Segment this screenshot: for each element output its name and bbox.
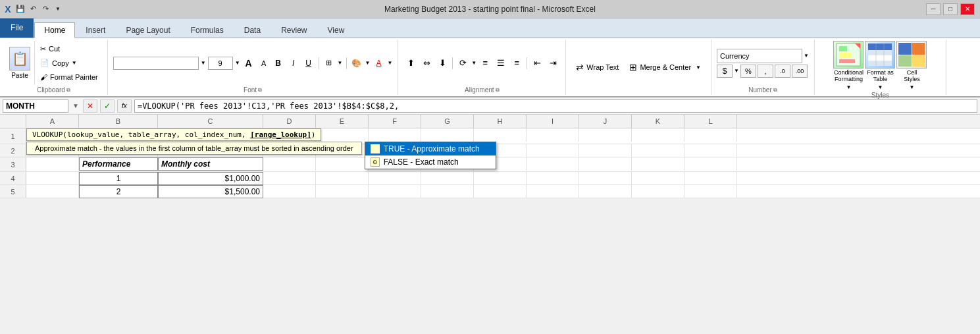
text-angle-dropdown[interactable]: ▼ (471, 60, 477, 66)
cell-a4[interactable] (26, 172, 79, 185)
ac-item-false[interactable]: ⊙ FALSE - Exact match (365, 155, 496, 169)
copy-button[interactable]: 📄 Copy ▼ (39, 58, 99, 68)
font-expander[interactable]: ⧉ (258, 87, 262, 94)
cell-h4[interactable] (474, 172, 527, 185)
minimize-btn[interactable]: ─ (926, 3, 941, 15)
cell-k5[interactable] (632, 185, 684, 198)
cell-j4[interactable] (579, 172, 632, 185)
cell-f4[interactable] (369, 172, 421, 185)
border-button[interactable]: ⊞ (322, 57, 336, 70)
align-center-button[interactable]: ☰ (494, 57, 508, 70)
cell-e5[interactable] (316, 185, 369, 198)
border-dropdown[interactable]: ▼ (338, 60, 343, 66)
name-box[interactable] (3, 99, 68, 113)
autocomplete-dropdown[interactable]: ⊙ TRUE - Approximate match ⊙ FALSE - Exa… (365, 142, 496, 169)
font-size-dropdown-arrow[interactable]: ▼ (235, 60, 240, 66)
tab-review[interactable]: Review (271, 22, 317, 38)
cell-h5[interactable] (474, 185, 527, 198)
font-shrink-button[interactable]: A (257, 57, 271, 70)
font-name-dropdown-arrow[interactable]: ▼ (201, 60, 206, 66)
cell-c5[interactable]: $1,500.00 (158, 185, 263, 198)
cell-g5[interactable] (421, 185, 474, 198)
fat-dropdown[interactable]: ▼ (877, 84, 883, 90)
increase-indent-button[interactable]: ⇥ (546, 57, 560, 70)
font-grow-button[interactable]: A (242, 57, 255, 70)
percent-button[interactable]: % (740, 65, 756, 78)
font-color-button[interactable]: A (372, 57, 385, 70)
fill-dropdown[interactable]: ▼ (365, 60, 371, 66)
fill-color-button[interactable]: 🎨 (350, 57, 363, 70)
formula-input[interactable] (134, 99, 977, 113)
cell-g4[interactable] (421, 172, 474, 185)
cf-dropdown[interactable]: ▼ (846, 84, 851, 90)
cell-a5[interactable] (26, 185, 79, 198)
number-expander[interactable]: ⧉ (773, 87, 777, 94)
customize-quick-icon[interactable]: ▼ (53, 4, 63, 14)
save-quick-icon[interactable]: 💾 (15, 4, 26, 14)
underline-button[interactable]: U (302, 57, 315, 70)
align-right-button[interactable]: ≡ (509, 57, 524, 70)
cell-i4[interactable] (527, 172, 579, 185)
comma-button[interactable]: , (758, 65, 773, 78)
number-format-dropdown[interactable]: ▼ (804, 53, 809, 59)
align-bottom-button[interactable]: ⬇ (435, 57, 450, 70)
tab-data[interactable]: Data (234, 22, 271, 38)
tab-view[interactable]: View (318, 22, 355, 38)
conditional-formatting-button[interactable]: ConditionalFormatting ▼ (833, 41, 864, 90)
cell-i5[interactable] (527, 185, 579, 198)
tab-insert[interactable]: Insert (76, 22, 115, 38)
cancel-formula-button[interactable]: ✕ (83, 99, 97, 113)
cell-k4[interactable] (632, 172, 684, 185)
italic-button[interactable]: I (287, 57, 300, 70)
cut-button[interactable]: ✂ Cut (39, 44, 99, 54)
cell-d5[interactable] (263, 185, 316, 198)
merge-center-button[interactable]: ⊞ Merge & Center ▼ (625, 60, 706, 74)
alignment-expander[interactable]: ⧉ (496, 87, 500, 94)
font-size-input[interactable] (208, 57, 233, 70)
cell-d4[interactable] (263, 172, 316, 185)
close-btn[interactable]: ✕ (960, 3, 975, 15)
confirm-formula-button[interactable]: ✓ (100, 99, 115, 113)
dollar-dropdown[interactable]: ▼ (734, 68, 739, 74)
tab-file[interactable]: File (0, 18, 34, 38)
number-format-input[interactable] (717, 49, 802, 63)
insert-function-button[interactable]: fx (117, 99, 132, 113)
tab-home[interactable]: Home (34, 22, 75, 38)
font-name-input[interactable] (113, 57, 199, 70)
align-left-button[interactable]: ≡ (478, 57, 492, 70)
name-box-dropdown[interactable]: ▼ (72, 102, 79, 109)
cell-l4[interactable] (684, 172, 737, 185)
copy-dropdown-arrow[interactable]: ▼ (72, 60, 77, 66)
text-angle-button[interactable]: ⟳ (455, 57, 470, 70)
undo-quick-icon[interactable]: ↶ (28, 4, 38, 14)
format-painter-button[interactable]: 🖌 Format Painter (39, 72, 99, 82)
decrease-indent-button[interactable]: ⇤ (530, 57, 544, 70)
format-as-table-button[interactable]: Format asTable ▼ (865, 41, 895, 90)
cell-l5[interactable] (684, 185, 737, 198)
merge-dropdown[interactable]: ▼ (696, 65, 701, 70)
cell-j5[interactable] (579, 185, 632, 198)
cell-styles-button[interactable]: CellStyles ▼ (896, 41, 927, 90)
increase-decimal-button[interactable]: .0 (775, 65, 790, 78)
font-color-dropdown[interactable]: ▼ (387, 60, 392, 66)
tab-formulas[interactable]: Formulas (181, 22, 234, 38)
cell-e4[interactable] (316, 172, 369, 185)
ac-item-true[interactable]: ⊙ TRUE - Approximate match (365, 142, 496, 155)
cell-f5[interactable] (369, 185, 421, 198)
clipboard-expander[interactable]: ⧉ (66, 87, 70, 94)
cell-c4[interactable]: $1,000.00 (158, 172, 263, 185)
paste-button[interactable]: 📋 Paste (5, 41, 35, 85)
decrease-decimal-button[interactable]: .00 (792, 65, 808, 78)
redo-quick-icon[interactable]: ↷ (40, 4, 51, 14)
align-middle-button[interactable]: ⇔ (419, 57, 434, 70)
cell-b4[interactable]: 1 (79, 172, 158, 185)
wrap-text-button[interactable]: ⇄ Wrap Text (571, 60, 623, 74)
bold-button[interactable]: B (272, 57, 285, 70)
cs-dropdown[interactable]: ▼ (909, 84, 914, 90)
tab-page-layout[interactable]: Page Layout (116, 22, 180, 38)
cell-b5[interactable]: 2 (79, 185, 158, 198)
paste-icon: 📋 (9, 47, 30, 70)
maximize-btn[interactable]: □ (943, 3, 958, 15)
dollar-button[interactable]: $ (717, 65, 733, 78)
align-top-button[interactable]: ⬆ (403, 57, 418, 70)
